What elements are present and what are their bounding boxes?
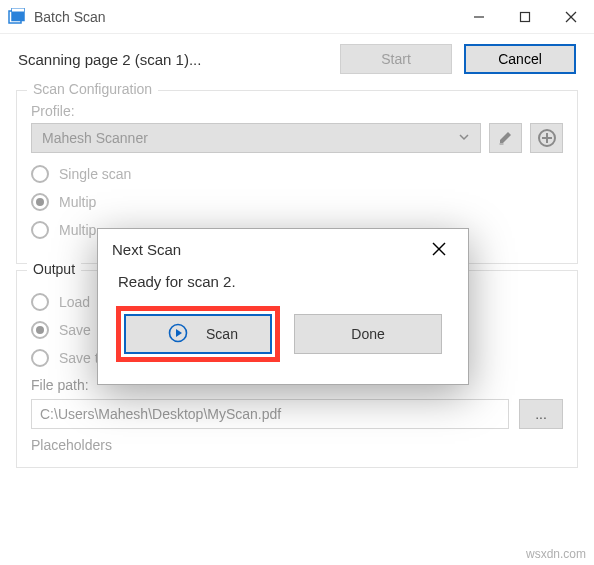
save-single-label: Save bbox=[59, 322, 91, 338]
browse-button[interactable]: ... bbox=[519, 399, 563, 429]
plus-circle-icon bbox=[537, 128, 557, 148]
dialog-message: Ready for scan 2. bbox=[116, 273, 450, 290]
dialog-close-button[interactable] bbox=[424, 234, 454, 264]
output-legend: Output bbox=[27, 261, 81, 277]
radio-icon bbox=[31, 349, 49, 367]
scan-button[interactable]: Scan bbox=[124, 314, 272, 354]
svg-marker-14 bbox=[176, 329, 182, 337]
profile-label: Profile: bbox=[31, 103, 563, 119]
multi-delay-label: Multip bbox=[59, 222, 96, 238]
radio-icon bbox=[31, 193, 49, 211]
profile-value: Mahesh Scanner bbox=[42, 130, 148, 146]
highlight-frame: Scan bbox=[116, 306, 280, 362]
svg-rect-7 bbox=[499, 144, 503, 145]
title-bar: Batch Scan bbox=[0, 0, 594, 34]
add-profile-button[interactable] bbox=[530, 123, 563, 153]
edit-profile-button[interactable] bbox=[489, 123, 522, 153]
watermark: wsxdn.com bbox=[526, 547, 586, 561]
start-button: Start bbox=[340, 44, 452, 74]
multi-prompt-label: Multip bbox=[59, 194, 96, 210]
status-bar: Scanning page 2 (scan 1)... Start Cancel bbox=[0, 34, 594, 84]
close-button[interactable] bbox=[548, 0, 594, 34]
close-icon bbox=[432, 242, 446, 256]
single-scan-radio[interactable]: Single scan bbox=[31, 165, 563, 183]
dialog-title: Next Scan bbox=[112, 241, 424, 258]
status-text: Scanning page 2 (scan 1)... bbox=[18, 51, 328, 68]
app-icon bbox=[8, 8, 26, 26]
profile-combobox[interactable]: Mahesh Scanner bbox=[31, 123, 481, 153]
radio-icon bbox=[31, 321, 49, 339]
load-label: Load bbox=[59, 294, 90, 310]
radio-icon bbox=[31, 221, 49, 239]
chevron-down-icon bbox=[458, 130, 470, 146]
pencil-icon bbox=[497, 129, 515, 147]
scan-button-label: Scan bbox=[206, 326, 238, 342]
done-button-label: Done bbox=[351, 326, 384, 342]
svg-rect-2 bbox=[12, 8, 24, 11]
minimize-button[interactable] bbox=[456, 0, 502, 34]
svg-rect-4 bbox=[521, 12, 530, 21]
radio-icon bbox=[31, 293, 49, 311]
single-scan-label: Single scan bbox=[59, 166, 131, 182]
filepath-input[interactable]: C:\Users\Mahesh\Desktop\MyScan.pdf bbox=[31, 399, 509, 429]
play-circle-icon bbox=[168, 323, 188, 346]
placeholders-link[interactable]: Placeholders bbox=[31, 437, 563, 453]
multi-prompt-radio[interactable]: Multip bbox=[31, 193, 563, 211]
radio-icon bbox=[31, 165, 49, 183]
dialog-titlebar: Next Scan bbox=[98, 229, 468, 269]
filepath-value: C:\Users\Mahesh\Desktop\MyScan.pdf bbox=[40, 406, 281, 422]
done-button[interactable]: Done bbox=[294, 314, 442, 354]
scan-configuration-legend: Scan Configuration bbox=[27, 81, 158, 97]
window-title: Batch Scan bbox=[34, 9, 106, 25]
next-scan-dialog: Next Scan Ready for scan 2. Scan Done bbox=[97, 228, 469, 385]
maximize-button[interactable] bbox=[502, 0, 548, 34]
cancel-button[interactable]: Cancel bbox=[464, 44, 576, 74]
